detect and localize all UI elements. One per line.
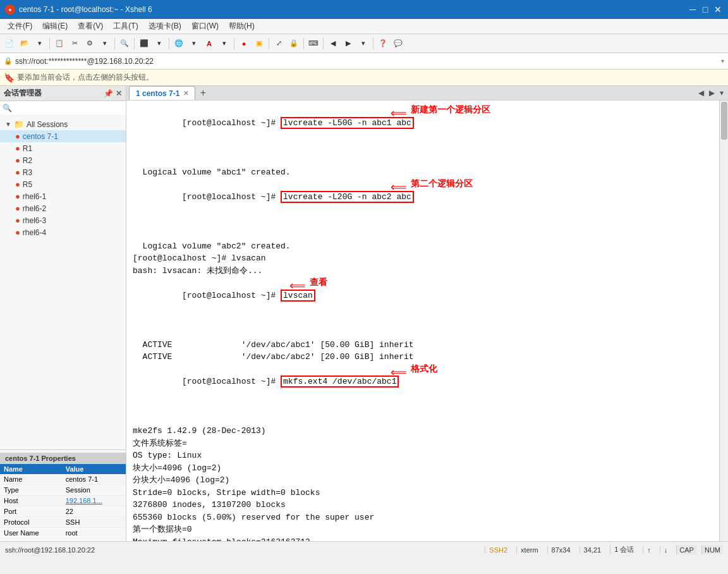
tab-menu-icon[interactable]: ▾ [718, 89, 725, 97]
tb-red2[interactable]: ▣ [252, 37, 266, 51]
status-dimensions: 87x34 [547, 546, 574, 554]
titlebar-left: ● centos 7-1 - root@localhost:~ - Xshell… [5, 4, 152, 15]
tb-search[interactable]: 🔍 [118, 37, 131, 51]
term-cmd-10: mkfs.ext4 /dev/abc/abc1 [281, 376, 399, 388]
status-sessions: 1 会话 [610, 545, 638, 554]
session-item-rhel6-1[interactable]: ● rhel6-1 [0, 190, 126, 202]
term-prompt-10: [root@localhost ~]# [182, 377, 281, 386]
tb-globe2[interactable]: ▾ [187, 37, 201, 51]
address-text[interactable]: ssh://root:*************@192.168.10.20:2… [15, 57, 719, 66]
app-icon: ● [5, 4, 15, 15]
session-tree: ▼ 📁 All Sessions ● centos 7-1 ● R1 ● R2 … [0, 116, 126, 449]
menu-edit[interactable]: 编辑(E) [37, 20, 73, 33]
session-item-rhel6-2[interactable]: ● rhel6-2 [0, 202, 126, 214]
tb-open[interactable]: 📂 [18, 37, 32, 51]
term-line-4: Logical volume "abc2" created. [133, 240, 713, 253]
menu-tools[interactable]: 工具(T) [108, 20, 143, 33]
term-line-20: Maximum filesystem blocks=2162163712 [133, 536, 713, 542]
session-item-r2[interactable]: ● R2 [0, 154, 126, 166]
tb-expand[interactable]: ⤢ [272, 37, 286, 51]
tab-add-button[interactable]: + [197, 87, 209, 99]
tb-red1[interactable]: ● [237, 37, 251, 51]
menu-view[interactable]: 查看(V) [73, 20, 108, 33]
menu-file[interactable]: 文件(F) [3, 20, 37, 33]
tb-chat[interactable]: 💬 [391, 37, 405, 51]
split-area: 会话管理器 📌 ✕ 🔍 ▼ 📁 All Sessions ● centos 7-… [0, 86, 728, 541]
term-prompt-7: [root@localhost ~]# [182, 291, 281, 300]
term-line-13: OS type: Linux [133, 449, 713, 462]
tb-new[interactable]: 📄 [3, 37, 16, 51]
tb-arr3[interactable]: ▾ [356, 37, 370, 51]
tb-a2[interactable]: ▾ [217, 37, 231, 51]
session-icon-rhel6-4: ● [15, 228, 20, 237]
lock-icon: 🔒 [4, 57, 13, 65]
tab-close-icon[interactable]: ✕ [183, 90, 188, 97]
menu-help[interactable]: 帮助(H) [224, 20, 260, 33]
tree-root-label: All Sessions [27, 120, 68, 129]
tb-help[interactable]: ❓ [376, 37, 390, 51]
minimize-button[interactable]: ─ [688, 4, 698, 15]
close-button[interactable]: ✕ [713, 4, 723, 15]
search-icon: 🔍 [3, 104, 12, 113]
tb-a[interactable]: A [202, 37, 216, 51]
term-line-16: Stride=0 blocks, Stripe width=0 blocks [133, 487, 713, 499]
session-item-r1[interactable]: ● R1 [0, 142, 126, 154]
tb-copy[interactable]: 📋 [52, 37, 66, 51]
session-label-rhel6-1: rhel6-1 [23, 192, 46, 201]
addr-dropdown-icon[interactable]: ▾ [721, 58, 724, 64]
terminal-wrapper: [root@localhost ~]# lvcreate -L50G -n ab… [126, 101, 728, 541]
session-label-r1: R1 [23, 144, 32, 153]
session-close-icon[interactable]: ✕ [116, 89, 122, 98]
session-item-rhel6-4[interactable]: ● rhel6-4 [0, 226, 126, 238]
scrollbar-thumb[interactable] [721, 102, 727, 140]
props-name-key: Name [0, 474, 62, 485]
term-line-6: bash: lvsacan: 未找到命令... [133, 265, 713, 278]
annotation-arrow-7: ⟸ [289, 278, 306, 295]
term-line-10: [root@localhost ~]# mkfs.ext4 /dev/abc/a… [133, 363, 713, 425]
props-port-val: 22 [62, 506, 126, 517]
tb-cut[interactable]: ✂ [68, 37, 82, 51]
session-search[interactable]: 🔍 [0, 101, 126, 116]
status-cap: CAP [676, 546, 696, 554]
tb-term2[interactable]: ▾ [152, 37, 166, 51]
tab-label-centos7-1: 1 centos 7-1 [136, 89, 179, 98]
tb-config2[interactable]: ▾ [98, 37, 112, 51]
tab-next-icon[interactable]: ▶ [707, 89, 717, 97]
session-item-rhel6-3[interactable]: ● rhel6-3 [0, 214, 126, 226]
term-line-18: 655360 blocks (5.00%) reserved for the s… [133, 511, 713, 524]
titlebar-controls[interactable]: ─ □ ✕ [688, 4, 723, 15]
status-down-icon: ↓ [660, 546, 672, 554]
terminal[interactable]: [root@localhost ~]# lvcreate -L50G -n ab… [126, 101, 719, 541]
maximize-button[interactable]: □ [700, 4, 710, 15]
tb-arr2[interactable]: ▶ [341, 37, 355, 51]
tree-root-all-sessions[interactable]: ▼ 📁 All Sessions [0, 118, 126, 130]
terminal-scrollbar[interactable] [719, 101, 728, 541]
pin-icon[interactable]: 📌 [104, 89, 113, 98]
tab-centos7-1[interactable]: 1 centos 7-1 ✕ [129, 86, 195, 100]
tb-globe[interactable]: 🌐 [172, 37, 186, 51]
status-up-icon: ↑ [643, 546, 655, 554]
infobar-text: 要添加当前会话，点击左侧的箭头按钮。 [17, 72, 154, 83]
tree-expand-icon: ▼ [5, 121, 11, 128]
props-host-link[interactable]: 192.168.1... [66, 497, 102, 504]
info-arrow-icon: 🔖 [4, 73, 15, 83]
status-address: ssh://root@192.168.10.20:22 [5, 546, 480, 554]
annotation-3: 第二个逻辑分区 [411, 177, 473, 190]
props-username-val: root [62, 528, 126, 539]
session-item-r5[interactable]: ● R5 [0, 178, 126, 190]
tb-lock[interactable]: 🔒 [287, 37, 301, 51]
menu-window[interactable]: 窗口(W) [186, 20, 224, 33]
session-item-centos7-1[interactable]: ● centos 7-1 [0, 130, 126, 142]
status-num: NUM [701, 546, 723, 554]
tb-term[interactable]: ⬛ [137, 37, 151, 51]
tb-kbd[interactable]: ⌨ [306, 37, 320, 51]
session-item-r3[interactable]: ● R3 [0, 166, 126, 178]
session-header-icons[interactable]: 📌 ✕ [104, 89, 122, 98]
tb-open2[interactable]: ▾ [33, 37, 47, 51]
tab-prev-icon[interactable]: ◀ [696, 89, 706, 97]
session-label-rhel6-2: rhel6-2 [23, 204, 46, 213]
tb-config[interactable]: ⚙ [83, 37, 97, 51]
tb-arr1[interactable]: ◀ [326, 37, 340, 51]
search-input[interactable] [15, 104, 123, 112]
menu-tab[interactable]: 选项卡(B) [143, 20, 186, 33]
